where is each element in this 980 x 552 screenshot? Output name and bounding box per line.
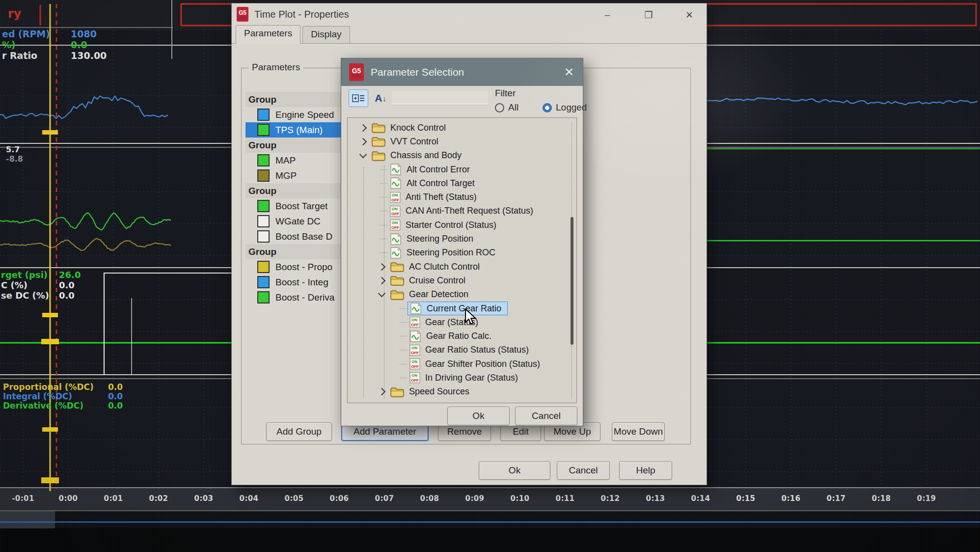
- sort-alpha-button[interactable]: A ↓: [372, 89, 389, 107]
- chevron-down-icon[interactable]: [359, 151, 367, 159]
- color-swatch: [257, 261, 270, 273]
- svg-text:ON: ON: [411, 373, 417, 378]
- param-label: WGate DC: [275, 216, 321, 227]
- tree-item-gear-ratio-status-status[interactable]: ONOFFGear Ratio Status (Status): [348, 343, 576, 357]
- tree-item-starter-control-status[interactable]: ONOFFStarter Control (Status): [348, 218, 576, 232]
- tree-item-gear-shifter-position-status[interactable]: ONOFFGear Shifter Position (Status): [348, 357, 576, 371]
- param-label: MAP: [275, 155, 296, 166]
- group-header[interactable]: Group: [245, 138, 342, 153]
- legend-bottom: Proportional (%DC)0.0Integral (%DC)0.0De…: [3, 383, 94, 411]
- time-tick-label: 0:15: [736, 494, 756, 503]
- tree-item-label: AC Clutch Control: [409, 262, 480, 272]
- param-row-wgate-dc[interactable]: WGate DC: [245, 214, 342, 229]
- svg-text:ON: ON: [411, 318, 417, 322]
- properties-titlebar[interactable]: G5 Time Plot - Properties – ❐ ✕: [232, 3, 707, 25]
- group-header[interactable]: Group: [245, 183, 342, 198]
- tree-item-chassis-and-body[interactable]: Chassis and Body: [348, 149, 576, 163]
- radio-logged[interactable]: Logged: [543, 102, 587, 113]
- param-row-tps-main[interactable]: TPS (Main): [245, 122, 342, 138]
- chevron-right-icon[interactable]: [359, 124, 367, 132]
- chevron-right-icon[interactable]: [378, 277, 386, 285]
- help-button[interactable]: Help: [619, 461, 672, 480]
- plot-tab-label[interactable]: ry: [8, 7, 21, 21]
- dialog-title: Parameter Selection: [371, 66, 559, 78]
- tree-item-alt-control-error[interactable]: Alt Control Error: [348, 163, 576, 176]
- filter-input[interactable]: [392, 91, 488, 105]
- folder-icon: [390, 289, 405, 301]
- tree-item-vvt-control[interactable]: VVT Control: [348, 135, 576, 148]
- param-row-boost-propo[interactable]: Boost - Propo: [245, 259, 342, 275]
- cancel-button[interactable]: Cancel: [515, 407, 577, 425]
- legend-row: Proportional (%DC)0.0: [3, 383, 94, 392]
- tree-item-gear-ratio-calc[interactable]: Gear Ratio Calc.: [348, 329, 576, 343]
- chevron-right-icon[interactable]: [359, 138, 367, 146]
- param-row-engine-speed[interactable]: Engine Speed: [245, 107, 342, 122]
- expand-tree-button[interactable]: [349, 89, 368, 107]
- tree-item-gear-detection[interactable]: Gear Detection: [348, 288, 576, 302]
- group-header[interactable]: Group: [245, 244, 342, 259]
- ok-button[interactable]: Ok: [479, 461, 550, 480]
- svg-text:OFF: OFF: [391, 198, 399, 202]
- param-row-boost-base-d[interactable]: Boost Base D: [245, 229, 342, 244]
- tree-item-speed-sources[interactable]: Speed Sources: [348, 385, 576, 399]
- tree-item-steering-position[interactable]: Steering Position: [348, 232, 576, 246]
- tab-divider: [232, 43, 707, 44]
- color-swatch: [257, 200, 270, 212]
- legend-row: r Ratio130.00: [2, 50, 50, 61]
- time-tick-label: 0:19: [917, 494, 936, 503]
- tree-item-can-anti-theft-request-status[interactable]: ONOFFCAN Anti-Theft Request (Status): [348, 204, 576, 218]
- selection-titlebar[interactable]: G5 Parameter Selection ✕: [341, 58, 583, 86]
- tree-item-knock-control[interactable]: Knock Control: [348, 121, 576, 135]
- minimize-button[interactable]: –: [600, 7, 615, 22]
- legend-label: r Ratio: [2, 50, 37, 61]
- tree-item-steering-position-roc[interactable]: Steering Position ROC: [348, 246, 576, 260]
- legend-value: 130.00: [71, 50, 107, 61]
- svg-text:ON: ON: [392, 193, 398, 197]
- tree-item-cruise-control[interactable]: Cruise Control: [348, 274, 576, 287]
- scale-min: -8.8: [6, 154, 23, 164]
- radio-logged-icon[interactable]: [543, 103, 552, 112]
- param-row-boost-target[interactable]: Boost Target: [245, 198, 342, 214]
- cancel-button[interactable]: Cancel: [557, 461, 610, 480]
- tree-item-in-driving-gear-status[interactable]: ONOFFIn Driving Gear (Status): [348, 371, 576, 385]
- param-row-map[interactable]: MAP: [245, 153, 342, 168]
- group-header[interactable]: Group: [245, 92, 342, 107]
- radio-all-icon[interactable]: [495, 103, 504, 112]
- legend-value: 0.0: [71, 39, 87, 50]
- move-down-button[interactable]: Move Down: [612, 422, 665, 441]
- color-swatch: [257, 276, 270, 288]
- folder-icon: [371, 150, 386, 162]
- tree-item-alt-control-target[interactable]: Alt Control Target: [348, 176, 576, 190]
- onoff-icon: ONOFF: [409, 316, 421, 328]
- chevron-right-icon[interactable]: [378, 388, 386, 396]
- close-button[interactable]: ✕: [682, 7, 697, 22]
- tab-parameters[interactable]: Parameters: [236, 25, 300, 44]
- legend-row: se DC (%)0.0: [1, 290, 49, 301]
- color-swatch: [257, 169, 270, 182]
- sort-letter: A: [375, 92, 382, 104]
- legend-label: rget (psi): [1, 270, 48, 280]
- param-row-boost-deriva[interactable]: Boost - Deriva: [245, 290, 342, 305]
- wave-icon: [409, 330, 422, 343]
- add-group-button[interactable]: Add Group: [266, 422, 332, 441]
- close-icon[interactable]: ✕: [559, 62, 579, 82]
- selected-tree-item[interactable]: Current Gear Ratio: [408, 302, 508, 315]
- chevron-right-icon[interactable]: [378, 263, 386, 271]
- tree-item-gear-status[interactable]: ONOFFGear (Status): [348, 315, 576, 329]
- sort-arrow-icon: ↓: [382, 94, 386, 103]
- wave-icon: [389, 247, 402, 259]
- param-row-boost-integ[interactable]: Boost - Integ: [245, 275, 342, 290]
- tree-item-ac-clutch-control[interactable]: AC Clutch Control: [348, 260, 576, 274]
- param-row-mgp[interactable]: MGP: [245, 168, 342, 183]
- mouse-cursor: [464, 308, 479, 325]
- maximize-button[interactable]: ❐: [641, 7, 656, 22]
- ok-button[interactable]: Ok: [447, 407, 510, 425]
- color-swatch: [257, 109, 270, 121]
- tree-connector: [380, 197, 387, 197]
- tree-item-anti-theft-status[interactable]: ONOFFAnti Theft (Status): [348, 190, 576, 204]
- radio-all[interactable]: All: [495, 102, 518, 113]
- chevron-down-icon[interactable]: [378, 290, 386, 298]
- color-swatch: [257, 230, 270, 243]
- tree-item-current-gear-ratio[interactable]: Current Gear Ratio: [348, 302, 576, 315]
- tab-display[interactable]: Display: [302, 26, 350, 43]
